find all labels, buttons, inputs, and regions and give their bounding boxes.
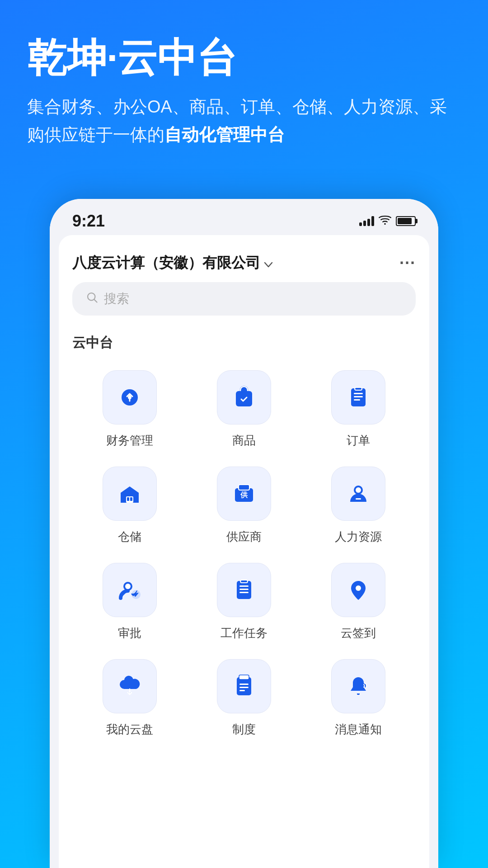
svg-rect-14 [239,485,249,490]
app-label-order: 订单 [347,433,370,448]
app-icon-warehouse [103,467,157,521]
app-icon-notify [331,659,385,713]
app-item-order[interactable]: 订单 [301,370,416,448]
svg-rect-12 [130,497,132,501]
status-time: 9:21 [72,212,105,231]
svg-text:供: 供 [240,491,248,499]
app-label-clouddisk: 我的云盘 [106,722,153,737]
app-icon-approval [103,563,157,617]
app-item-finance[interactable]: 财务管理 [72,370,187,448]
search-placeholder-text: 搜索 [104,290,129,307]
svg-rect-31 [239,687,249,688]
app-label-approval: 审批 [118,625,141,641]
phone-mockup-wrapper: 9:21 [50,199,438,868]
svg-point-3 [128,396,131,399]
app-icon-hr [331,467,385,521]
hero-desc-bold: 自动化管理中台 [164,125,285,144]
app-grid: 财务管理 商品 [72,370,416,737]
hero-section: 乾坤·云中台 集合财务、办公OA、商品、订单、仓储、人力资源、采购供应链于一体的… [0,0,488,149]
company-header: 八度云计算（安徽）有限公司 ··· [72,249,416,282]
svg-point-0 [384,223,386,225]
app-label-supplier: 供应商 [226,529,262,545]
more-options-button[interactable]: ··· [399,254,416,273]
svg-rect-7 [354,396,363,397]
app-item-checkin[interactable]: 云签到 [301,563,416,641]
svg-rect-32 [239,690,245,691]
svg-rect-26 [240,580,248,583]
phone-mockup: 9:21 [50,199,438,868]
app-label-notify: 消息通知 [335,722,382,737]
app-label-checkin: 云签到 [341,625,376,641]
app-item-notify[interactable]: 消息通知 [301,659,416,737]
app-item-clouddisk[interactable]: 我的云盘 [72,659,187,737]
app-item-product[interactable]: 商品 [187,370,301,448]
app-label-task: 工作任务 [221,625,267,641]
app-icon-policy [217,659,271,713]
app-icon-order [331,370,385,425]
hero-title: 乾坤·云中台 [27,36,461,80]
signal-icon [359,216,374,226]
wifi-icon [379,215,391,227]
app-icon-product [217,370,271,425]
svg-rect-23 [239,585,249,587]
app-icon-finance [103,370,157,425]
svg-rect-24 [239,589,249,590]
svg-point-20 [125,584,131,589]
svg-rect-9 [355,387,362,390]
section-title: 云中台 [72,329,416,357]
svg-rect-30 [239,684,249,685]
svg-rect-8 [354,399,360,401]
svg-rect-6 [354,393,363,394]
app-label-policy: 制度 [232,722,256,737]
app-icon-clouddisk [103,659,157,713]
hero-description: 集合财务、办公OA、商品、订单、仓储、人力资源、采购供应链于一体的自动化管理中台 [27,93,461,149]
app-item-task[interactable]: 工作任务 [187,563,301,641]
battery-icon [396,216,416,226]
app-icon-task [217,563,271,617]
company-name[interactable]: 八度云计算（安徽）有限公司 [72,253,273,273]
svg-rect-11 [127,497,129,501]
app-icon-supplier: 供 [217,467,271,521]
svg-rect-25 [239,592,249,593]
search-icon [86,291,99,307]
app-item-approval[interactable]: 审批 [72,563,187,641]
svg-point-27 [356,585,361,591]
app-label-product: 商品 [232,433,256,448]
svg-rect-28 [237,677,251,695]
app-label-finance: 财务管理 [106,433,153,448]
status-bar: 9:21 [50,199,438,235]
phone-content: 八度云计算（安徽）有限公司 ··· 搜索 [59,235,429,868]
svg-rect-18 [356,498,361,500]
chevron-down-icon [264,255,273,272]
svg-rect-29 [239,675,249,679]
svg-point-17 [356,487,361,493]
app-item-warehouse[interactable]: 仓储 [72,467,187,545]
app-label-warehouse: 仓储 [118,529,141,545]
app-item-policy[interactable]: 制度 [187,659,301,737]
app-label-hr: 人力资源 [335,529,382,545]
app-icon-checkin [331,563,385,617]
app-item-hr[interactable]: 人力资源 [301,467,416,545]
status-icons [359,215,416,227]
search-bar[interactable]: 搜索 [72,282,416,316]
app-item-supplier[interactable]: 供 供应商 [187,467,301,545]
